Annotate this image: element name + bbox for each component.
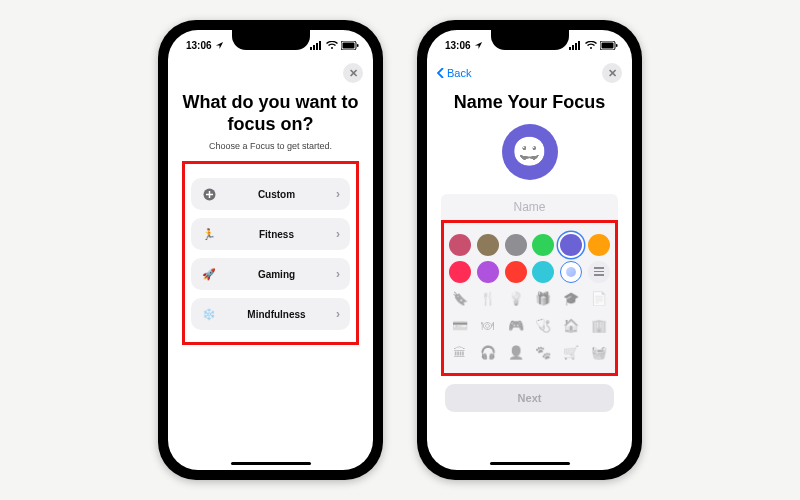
notch [232, 30, 310, 50]
rocket-icon: 🚀 [201, 268, 217, 281]
stethoscope-icon[interactable]: 🩺 [532, 315, 554, 337]
bank-icon[interactable]: 🏛 [449, 342, 471, 364]
graduation-icon[interactable]: 🎓 [560, 288, 582, 310]
person-icon[interactable]: 👤 [505, 342, 527, 364]
color-swatch[interactable] [477, 261, 499, 283]
page-subtitle: Choose a Focus to get started. [182, 141, 359, 151]
chevron-right-icon: › [336, 267, 340, 281]
color-swatch[interactable] [477, 234, 499, 256]
color-swatch[interactable] [588, 234, 610, 256]
chevron-right-icon: › [336, 187, 340, 201]
glyph-row: 🔖🍴💡🎁🎓📄 [446, 288, 613, 310]
title-line-2: focus on? [228, 114, 314, 134]
card-icon[interactable]: 💳 [449, 315, 471, 337]
option-label: Mindfulness [217, 309, 336, 320]
status-time: 13:06 [186, 40, 212, 51]
focus-option-fitness[interactable]: 🏃 Fitness › [191, 218, 350, 250]
plus-circle-icon [201, 188, 217, 201]
ribbon-icon[interactable]: 🔖 [449, 288, 471, 310]
color-glyph-picker-highlight: 🔖🍴💡🎁🎓📄💳🍽🎮🩺🏠🏢🏛🎧👤🐾🛒🧺 [441, 220, 618, 376]
close-button[interactable]: ✕ [602, 63, 622, 83]
option-label: Gaming [217, 269, 336, 280]
notch [491, 30, 569, 50]
svg-rect-1 [313, 45, 315, 50]
content-area: Name Your Focus 😀 Name 🔖🍴💡🎁🎓📄💳🍽🎮🩺🏠🏢🏛🎧👤🐾🛒… [427, 86, 632, 470]
svg-rect-0 [310, 47, 312, 50]
color-swatch[interactable] [560, 234, 582, 256]
svg-rect-6 [357, 44, 359, 47]
chevron-right-icon: › [336, 227, 340, 241]
runner-icon: 🏃 [201, 228, 217, 241]
svg-rect-2 [316, 43, 318, 50]
nav-bar: Back ✕ [427, 60, 632, 86]
paw-icon[interactable]: 🐾 [532, 342, 554, 364]
signal-icon [569, 41, 582, 50]
svg-rect-9 [572, 45, 574, 50]
signal-icon [310, 41, 323, 50]
svg-rect-8 [569, 47, 571, 50]
color-swatch[interactable] [505, 234, 527, 256]
status-time: 13:06 [445, 40, 471, 51]
option-label: Fitness [217, 229, 336, 240]
nav-bar: ✕ [168, 60, 373, 86]
cart-icon[interactable]: 🛒 [560, 342, 582, 364]
color-row-2 [446, 261, 613, 283]
house-icon[interactable]: 🏠 [560, 315, 582, 337]
home-indicator[interactable] [490, 462, 570, 466]
svg-rect-10 [575, 43, 577, 50]
color-swatch[interactable] [449, 261, 471, 283]
focus-option-mindfulness[interactable]: ❄️ Mindfulness › [191, 298, 350, 330]
chevron-right-icon: › [336, 307, 340, 321]
svg-rect-3 [319, 41, 321, 50]
location-icon [474, 41, 483, 50]
svg-rect-13 [602, 42, 614, 48]
bag-icon[interactable]: 🧺 [588, 342, 610, 364]
focus-option-custom[interactable]: Custom › [191, 178, 350, 210]
screen-focus-picker: 13:06 ✕ What do you want to focus on? Ch… [168, 30, 373, 470]
gift-icon[interactable]: 🎁 [532, 288, 554, 310]
glyph-grid: 🔖🍴💡🎁🎓📄💳🍽🎮🩺🏠🏢🏛🎧👤🐾🛒🧺 [446, 288, 613, 364]
screen-name-focus: 13:06 Back ✕ Name Your Focus 😀 Name [427, 30, 632, 470]
name-input[interactable]: Name [441, 194, 618, 220]
color-swatch[interactable] [505, 261, 527, 283]
phone-left: 13:06 ✕ What do you want to focus on? Ch… [158, 20, 383, 480]
next-button[interactable]: Next [445, 384, 614, 412]
focus-option-gaming[interactable]: 🚀 Gaming › [191, 258, 350, 290]
color-custom-icon[interactable] [560, 261, 582, 283]
focus-badge[interactable]: 😀 [502, 124, 558, 180]
controller-icon[interactable]: 🎮 [505, 315, 527, 337]
page-title: What do you want to focus on? [182, 92, 359, 135]
wifi-icon [326, 41, 338, 50]
svg-rect-14 [616, 44, 618, 47]
color-swatch[interactable] [532, 234, 554, 256]
home-indicator[interactable] [231, 462, 311, 466]
phone-right: 13:06 Back ✕ Name Your Focus 😀 Name [417, 20, 642, 480]
smile-face-icon: 😀 [512, 135, 547, 168]
svg-rect-5 [343, 42, 355, 48]
headphones-icon[interactable]: 🎧 [477, 342, 499, 364]
color-swatch[interactable] [532, 261, 554, 283]
color-row-1 [446, 234, 613, 256]
glyph-row: 🏛🎧👤🐾🛒🧺 [446, 342, 613, 364]
back-button[interactable]: Back [437, 67, 471, 79]
close-button[interactable]: ✕ [343, 63, 363, 83]
glyph-row: 💳🍽🎮🩺🏠🏢 [446, 315, 613, 337]
snowflake-icon: ❄️ [201, 308, 217, 321]
back-label: Back [447, 67, 471, 79]
wifi-icon [585, 41, 597, 50]
chevron-left-icon [437, 68, 445, 78]
color-swatch[interactable] [449, 234, 471, 256]
page-title: Name Your Focus [441, 92, 618, 114]
focus-options-highlight: Custom ›🏃 Fitness ›🚀 Gaming ›❄️ Mindfuln… [182, 161, 359, 345]
color-list-icon[interactable] [588, 261, 610, 283]
building-icon[interactable]: 🏢 [588, 315, 610, 337]
document-icon[interactable]: 📄 [588, 288, 610, 310]
utensil-icon[interactable]: 🍴 [477, 288, 499, 310]
battery-icon [341, 41, 359, 50]
svg-rect-11 [578, 41, 580, 50]
title-line-1: What do you want to [183, 92, 359, 112]
lightbulb-icon[interactable]: 💡 [505, 288, 527, 310]
fork-knife-icon[interactable]: 🍽 [477, 315, 499, 337]
option-label: Custom [217, 189, 336, 200]
content-area: What do you want to focus on? Choose a F… [168, 86, 373, 470]
